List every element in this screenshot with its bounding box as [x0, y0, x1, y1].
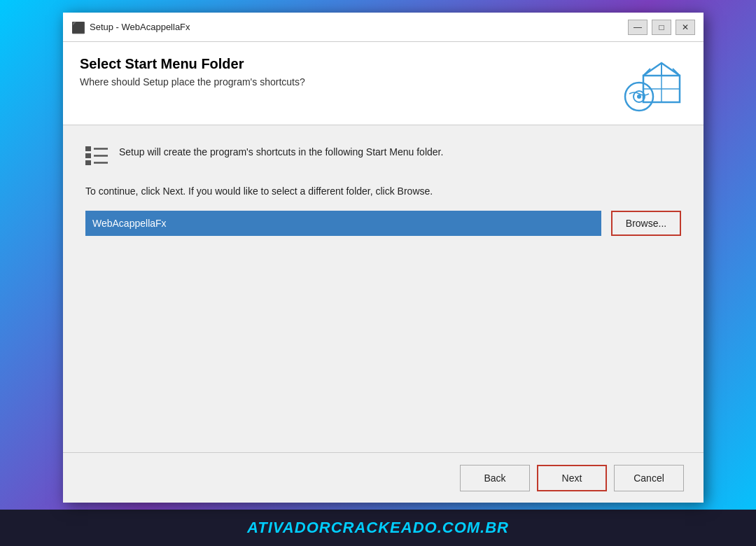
- dialog-footer: Back Next Cancel: [63, 452, 704, 503]
- maximize-button[interactable]: □: [652, 20, 671, 35]
- title-bar: ⬛ Setup - WebAcappellaFx — □ ✕: [63, 13, 704, 42]
- list-icon: [85, 146, 108, 169]
- bottom-banner: ATIVADORCRACKEADO.COM.BR: [0, 510, 756, 546]
- folder-input-row: Browse...: [85, 211, 681, 236]
- header-icon-area: [624, 56, 687, 112]
- svg-rect-8: [85, 153, 91, 158]
- dialog-header: Select Start Menu Folder Where should Se…: [63, 42, 704, 125]
- dialog-body: Setup will create the program's shortcut…: [63, 125, 704, 452]
- setup-dialog: ⬛ Setup - WebAcappellaFx — □ ✕ Select St…: [63, 13, 704, 503]
- info-row: Setup will create the program's shortcut…: [85, 145, 681, 169]
- svg-rect-7: [85, 146, 91, 151]
- header-subtitle: Where should Setup place the program's s…: [80, 76, 624, 88]
- disc-icon: [624, 81, 654, 112]
- info-message: Setup will create the program's shortcut…: [119, 145, 443, 160]
- minimize-button[interactable]: —: [628, 20, 648, 35]
- dialog-title: Setup - WebAcappellaFx: [90, 22, 628, 32]
- cancel-button[interactable]: Cancel: [614, 465, 684, 491]
- browse-button[interactable]: Browse...: [611, 211, 681, 236]
- next-button[interactable]: Next: [537, 465, 607, 491]
- folder-input[interactable]: [85, 211, 601, 236]
- svg-point-6: [637, 94, 641, 99]
- back-button[interactable]: Back: [460, 465, 530, 491]
- banner-text: ATIVADORCRACKEADO.COM.BR: [247, 519, 509, 537]
- close-button[interactable]: ✕: [676, 20, 695, 35]
- instruction-text: To continue, click Next. If you would li…: [85, 186, 681, 197]
- svg-rect-9: [85, 160, 91, 165]
- header-text-area: Select Start Menu Folder Where should Se…: [80, 56, 624, 88]
- header-title: Select Start Menu Folder: [80, 56, 624, 72]
- app-icon: ⬛: [71, 21, 84, 34]
- window-controls: — □ ✕: [628, 20, 695, 35]
